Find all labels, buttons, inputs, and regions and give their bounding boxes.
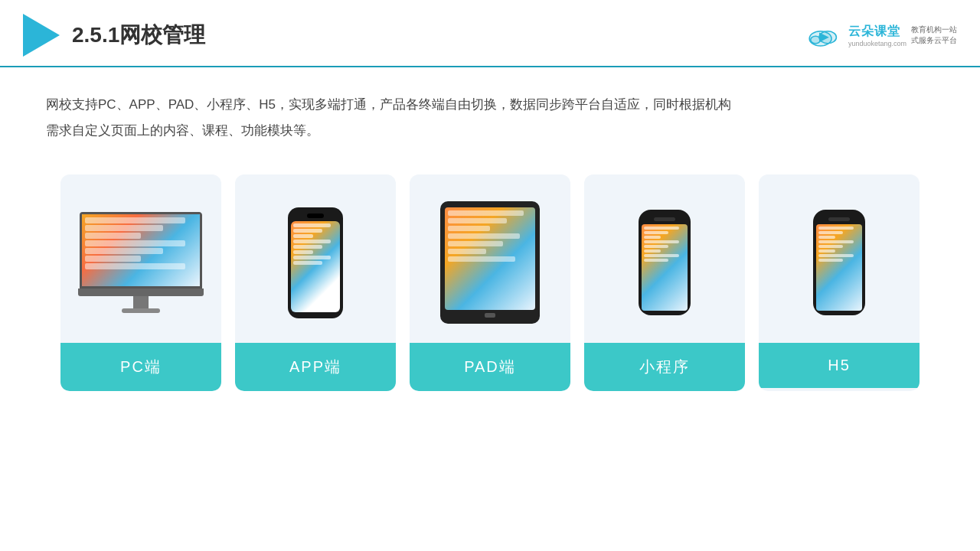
- brand-name: 云朵课堂: [848, 24, 900, 40]
- card-pad-label: PAD端: [410, 343, 570, 391]
- card-h5-label: H5: [759, 343, 920, 388]
- monitor-base: [122, 308, 160, 313]
- phone-mock-h5: [813, 210, 865, 315]
- sphone-notch-h5: [828, 217, 850, 221]
- card-pc-image: [60, 174, 221, 343]
- card-h5: H5: [759, 174, 920, 391]
- monitor-stand: [133, 296, 149, 308]
- card-pc-label: PC端: [60, 343, 221, 391]
- card-app: APP端: [235, 174, 396, 391]
- card-pad-image: [410, 174, 570, 343]
- description-content: 网校支持PC、APP、PAD、小程序、H5，实现多端打通，产品各终端自由切换，数…: [46, 97, 731, 112]
- monitor-screen: [80, 212, 202, 289]
- phone-mock-app: [288, 207, 343, 318]
- description-text: 网校支持PC、APP、PAD、小程序、H5，实现多端打通，产品各终端自由切换，数…: [0, 67, 980, 159]
- card-app-label: APP端: [235, 343, 396, 391]
- phone-mock-mini: [639, 210, 691, 315]
- cards-section: PC端 APP: [0, 159, 980, 414]
- logo-triangle-icon: [23, 14, 60, 57]
- page-title: 2.5.1网校管理: [72, 21, 205, 50]
- description-content-2: 需求自定义页面上的内容、课程、功能模块等。: [46, 123, 319, 138]
- card-mini-label: 小程序: [584, 343, 745, 391]
- brand-url: yunduoketang.com: [848, 40, 906, 47]
- monitor-chin: [78, 289, 204, 296]
- monitor-mock: [78, 212, 204, 313]
- tablet-home-button: [485, 313, 495, 318]
- card-app-image: [235, 174, 396, 343]
- card-mini: 小程序: [584, 174, 745, 391]
- card-mini-image: [584, 174, 745, 343]
- tablet-mock: [440, 201, 540, 324]
- card-h5-image: [759, 174, 920, 343]
- brand-text: 云朵课堂 yunduoketang.com: [848, 24, 906, 47]
- card-pc: PC端: [60, 174, 221, 391]
- header: 2.5.1网校管理 云朵课堂 yunduoketang.com 教育机构一站式服…: [0, 0, 980, 67]
- header-right: 云朵课堂 yunduoketang.com 教育机构一站式服务云平台: [807, 21, 957, 49]
- brand-tagline: 教育机构一站式服务云平台: [911, 24, 957, 46]
- brand-logo: 云朵课堂 yunduoketang.com 教育机构一站式服务云平台: [807, 21, 957, 49]
- phone-notch: [307, 214, 324, 218]
- header-left: 2.5.1网校管理: [23, 14, 205, 57]
- sphone-notch: [654, 217, 675, 221]
- cloud-logo-icon: [807, 21, 844, 49]
- tablet-screen: [445, 207, 535, 310]
- sphone-screen: [642, 224, 688, 311]
- card-pad: PAD端: [410, 174, 570, 391]
- phone-screen: [291, 221, 340, 312]
- sphone-screen-h5: [816, 224, 862, 311]
